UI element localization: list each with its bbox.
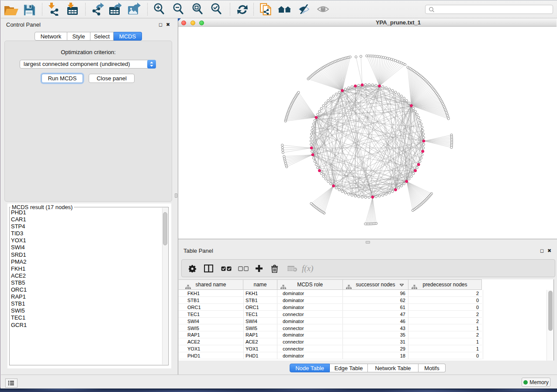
svg-text:f(x): f(x) [302, 264, 313, 273]
